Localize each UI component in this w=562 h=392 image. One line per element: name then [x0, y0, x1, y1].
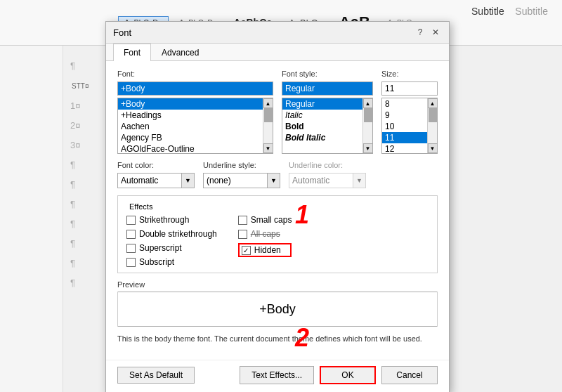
style-scroll-down[interactable]: ▼	[363, 143, 373, 153]
style-item-bolditalic[interactable]: Bold Italic	[282, 132, 362, 143]
underline-style-arrow[interactable]: ▼	[267, 174, 280, 188]
size-scroll-up[interactable]: ▲	[428, 98, 438, 108]
preview-box: +Body	[117, 292, 438, 327]
small-caps-checkbox[interactable]	[238, 216, 247, 225]
superscript-row[interactable]: Superscript	[126, 243, 217, 253]
underline-color-select: Automatic ▼	[289, 173, 366, 188]
preview-label: Preview	[117, 280, 438, 289]
superscript-checkbox[interactable]	[126, 244, 136, 253]
font-dialog: Font ? ✕ Font Advanced Font: +Body +Hea	[105, 21, 450, 392]
all-caps-checkbox[interactable]	[238, 230, 247, 239]
style-item-bold[interactable]: Bold	[282, 121, 362, 132]
font-style-scrollbar[interactable]: ▲ ▼	[362, 98, 372, 153]
font-style-listbox: Regular Italic Bold Bold Italic ▲ ▼	[282, 98, 373, 154]
font-item-aachen[interactable]: Aachen	[118, 121, 263, 132]
effects-grid: Strikethrough Double strikethrough Super…	[126, 215, 429, 267]
set-default-button[interactable]: Set As Default	[117, 367, 195, 384]
btn-right-group: Text Effects... OK Cancel	[240, 366, 438, 384]
font-name-scrollbar[interactable]: ▲ ▼	[263, 98, 273, 153]
font-size-scrollbar[interactable]: ▲ ▼	[427, 98, 437, 153]
font-style-group: Font style: Regular Italic Bold Bold Ita…	[282, 70, 373, 154]
underline-color-value: Automatic	[289, 176, 353, 185]
strikethrough-row[interactable]: Strikethrough	[126, 215, 217, 225]
dialog-close-button[interactable]: ✕	[429, 26, 442, 39]
superscript-label: Superscript	[139, 243, 182, 253]
annotation-number-1: 1	[295, 200, 309, 230]
style-scroll-up[interactable]: ▲	[363, 98, 373, 108]
size-item-10[interactable]: 10	[382, 121, 427, 132]
dialog-help-button[interactable]: ?	[414, 26, 426, 39]
effects-title: Effects	[126, 202, 155, 211]
strikethrough-label: Strikethrough	[139, 215, 189, 225]
para-marks: ¶ STT¤ 1¤2¤3¤¶¶¶¶¶¶¶	[70, 56, 89, 293]
dialog-titlebar: Font ? ✕	[106, 22, 449, 44]
size-item-8[interactable]: 8	[382, 98, 427, 110]
subscript-label: Subscript	[139, 257, 174, 267]
font-item-body[interactable]: +Body	[118, 98, 263, 110]
small-caps-label: Small caps	[251, 215, 292, 225]
double-strikethrough-row[interactable]: Double strikethrough	[126, 229, 217, 239]
font-name-label: Font:	[117, 70, 273, 78]
preview-lines: +Body	[118, 292, 437, 327]
all-caps-label: All caps	[251, 229, 280, 239]
font-item-agencyfb[interactable]: Agency FB	[118, 132, 263, 143]
annotation-number-2: 2	[295, 323, 309, 353]
all-caps-row[interactable]: All caps	[238, 229, 292, 239]
font-name-group: Font: +Body +Headings Aachen Agency FB A…	[117, 70, 273, 154]
strikethrough-checkbox[interactable]	[126, 216, 136, 225]
ribbon-subtitle: Subtitle Subtitle	[471, 6, 548, 17]
subscript-checkbox[interactable]	[126, 258, 136, 267]
hidden-label: Hidden	[254, 245, 281, 255]
size-item-9[interactable]: 9	[382, 110, 427, 121]
ok-button[interactable]: OK	[320, 366, 376, 384]
dialog-controls: ? ✕	[414, 26, 442, 39]
text-effects-button[interactable]: Text Effects...	[240, 366, 314, 384]
size-item-12[interactable]: 12	[382, 143, 427, 153]
hidden-checkbox[interactable]	[242, 246, 251, 255]
size-item-11[interactable]: 11	[382, 132, 427, 143]
tab-font[interactable]: Font	[113, 44, 151, 61]
font-item-agoldface[interactable]: AGOldFace-Outline	[118, 143, 263, 153]
font-name-input[interactable]	[117, 81, 273, 96]
doc-sidebar	[0, 46, 63, 392]
underline-style-label: Underline style:	[203, 161, 280, 169]
font-size-label: Size:	[381, 70, 438, 78]
tab-advanced[interactable]: Advanced	[151, 44, 209, 61]
font-size-listbox: 8 9 10 11 12 ▲ ▼	[381, 98, 438, 154]
style-item-regular[interactable]: Regular	[282, 98, 362, 110]
font-color-arrow[interactable]: ▼	[181, 174, 194, 188]
color-row: Font color: Automatic ▼ Underline style:…	[117, 161, 438, 188]
stt-line: STT¤	[72, 82, 89, 90]
scroll-down-btn[interactable]: ▼	[263, 143, 273, 153]
style-item-italic[interactable]: Italic	[282, 110, 362, 121]
font-item-headings[interactable]: +Headings	[118, 110, 263, 121]
size-scroll-down[interactable]: ▼	[428, 143, 438, 153]
subscript-row[interactable]: Subscript	[126, 257, 217, 267]
font-style-label: Font style:	[282, 70, 373, 78]
effects-col-right: Small caps All caps Hidden	[238, 215, 292, 267]
font-color-value: Automatic	[118, 176, 181, 185]
underline-style-select[interactable]: (none) ▼	[203, 173, 280, 188]
cancel-button[interactable]: Cancel	[381, 366, 438, 384]
double-strikethrough-checkbox[interactable]	[126, 230, 136, 239]
underline-style-group: Underline style: (none) ▼	[203, 161, 280, 188]
font-name-listbox: +Body +Headings Aachen Agency FB AGOldFa…	[117, 98, 273, 154]
font-size-group: Size: 8 9 10 11 12 ▲ ▼	[381, 70, 438, 154]
underline-color-arrow: ▼	[353, 174, 365, 188]
small-caps-row[interactable]: Small caps	[238, 215, 292, 225]
dialog-title: Font	[113, 27, 131, 38]
effects-section: Effects Strikethrough Double strikethrou…	[117, 195, 438, 273]
preview-text: +Body	[259, 302, 296, 317]
description-text: This is the body theme font. The current…	[117, 334, 438, 344]
preview-section: Preview +Body	[117, 280, 438, 327]
double-strikethrough-label: Double strikethrough	[139, 229, 217, 239]
dialog-tabs: Font Advanced	[106, 44, 449, 61]
dialog-footer: Set As Default Text Effects... OK Cancel	[106, 360, 449, 392]
underline-color-group: Underline color: Automatic ▼	[289, 161, 366, 188]
effects-col-left: Strikethrough Double strikethrough Super…	[126, 215, 217, 267]
scroll-up-btn[interactable]: ▲	[263, 98, 273, 108]
font-color-select[interactable]: Automatic ▼	[117, 173, 195, 188]
font-size-input[interactable]	[381, 81, 438, 96]
font-style-input[interactable]	[282, 81, 373, 96]
underline-style-value: (none)	[204, 176, 267, 185]
